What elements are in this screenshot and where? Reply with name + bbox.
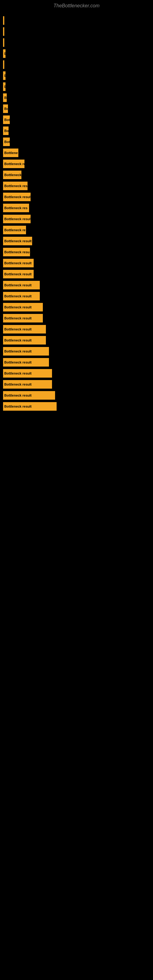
bar-row: Bottleneck res	[3, 204, 150, 212]
bar: Bottleneck result	[3, 303, 43, 312]
bar-label: Bo	[4, 129, 9, 133]
bar-label: Bottleneck result	[4, 360, 32, 364]
bar	[3, 38, 4, 47]
bar: Bo	[3, 126, 9, 135]
bar-row	[3, 38, 150, 47]
bar: Bottleneck result	[3, 347, 49, 356]
bar: Bottleneck res	[3, 181, 27, 190]
bar-label: Bottleneck res	[4, 206, 27, 210]
bar: Bottleneck result	[3, 192, 30, 201]
bar-row: Bottleneck result	[3, 380, 150, 389]
bar-row: Bottleneck resu	[3, 248, 150, 256]
bar-label: Bottleneck result	[4, 294, 32, 298]
site-title: TheBottlenecker.com	[0, 0, 153, 10]
bar-row: Bottleneck result	[3, 259, 150, 267]
bar-row: Bottleneck result	[3, 237, 150, 245]
bar-label: Bott	[4, 118, 10, 122]
bar-row: Bottleneck result	[3, 336, 150, 345]
bar-row: Bottleneck result	[3, 303, 150, 312]
bar-label: Bottleneck result	[4, 328, 32, 331]
bar-label: Bottleneck result	[4, 217, 30, 221]
bar-row: E	[3, 72, 150, 80]
bar: Bottleneck re	[3, 226, 26, 234]
bar	[3, 60, 4, 69]
bar-row: Bottleneck result	[3, 192, 150, 201]
bar	[3, 27, 4, 36]
bar-row: Bottleneck re	[3, 226, 150, 234]
bar-label: Bottleneck	[4, 173, 21, 177]
bar-row: Bottleneck result	[3, 402, 150, 411]
bar-label: Bottleneck result	[4, 393, 32, 397]
bar-label: Bottleneck result	[4, 305, 32, 309]
bar: E	[3, 49, 5, 58]
bar: Bottleneck result	[3, 215, 30, 223]
bar-row: Bottleneck re	[3, 159, 150, 168]
bar-row: Bott	[3, 137, 150, 146]
bar-row: Bo	[3, 105, 150, 113]
bar: Bottleneck resu	[3, 248, 30, 256]
bar: Bottleneck result	[3, 314, 43, 323]
bar: Bott	[3, 115, 10, 124]
bar-label: Bottleneck result	[4, 404, 32, 408]
bar-row: Bottleneck result	[3, 391, 150, 400]
bar-label: Bottleneck re	[4, 228, 26, 232]
bar: Bo	[3, 105, 8, 113]
bar-row: Bottleneck res	[3, 181, 150, 190]
bar: Bottleneck result	[3, 391, 55, 400]
bar-row: Bottleneck result	[3, 358, 150, 367]
bar-label: Bottleneck result	[4, 350, 32, 353]
bar-row: E	[3, 49, 150, 58]
bar-label: Bottleneck result	[4, 317, 32, 320]
bar: Bottleneck result	[3, 380, 52, 389]
bar-row	[3, 16, 150, 25]
bar-row: Bottleneck result	[3, 292, 150, 301]
bar: Bottlene	[3, 148, 18, 157]
bar-label: Bottleneck re	[4, 162, 24, 166]
bar-label: Bottleneck result	[4, 382, 32, 386]
bar-row: Bottleneck result	[3, 281, 150, 290]
bar: E	[3, 72, 5, 80]
bar-label: E	[4, 85, 5, 89]
bar: Bottleneck result	[3, 325, 46, 334]
bar: Bottleneck result	[3, 369, 52, 378]
bar: Bottleneck result	[3, 402, 57, 411]
bar-row: Bottleneck result	[3, 314, 150, 323]
bar-row: Bottleneck result	[3, 325, 150, 334]
bar-label: Bott	[4, 140, 10, 144]
bar: Bottleneck result	[3, 237, 32, 245]
bar-label: Bottleneck result	[4, 283, 32, 287]
bar: E	[3, 83, 5, 91]
bar-row: Bottleneck result	[3, 369, 150, 378]
bar: Bottleneck	[3, 170, 21, 179]
bar-row	[3, 60, 150, 69]
bar-label: Bottleneck result	[4, 239, 32, 243]
bar-row: Bo	[3, 126, 150, 135]
bar-label: Bottleneck result	[4, 371, 32, 375]
bar-label: Bottleneck result	[4, 261, 32, 265]
bar: Bottleneck result	[3, 336, 46, 345]
bar-row: Bottleneck result	[3, 215, 150, 223]
bar: Bottleneck result	[3, 292, 40, 301]
bar-row	[3, 27, 150, 36]
bar-label: E	[4, 74, 5, 78]
bar-label: Bottleneck resu	[4, 250, 30, 254]
bar-row: B	[3, 94, 150, 102]
bar-label: Bottleneck result	[4, 195, 30, 199]
bar-row: Bottleneck result	[3, 347, 150, 356]
bar-row: E	[3, 83, 150, 91]
bar: Bottleneck result	[3, 281, 40, 290]
bar-row: Bottleneck	[3, 170, 150, 179]
bars-container: EEEBBoBottBoBottBottleneBottleneck reBot…	[0, 10, 153, 413]
bar: Bottleneck result	[3, 270, 33, 278]
bar: B	[3, 94, 7, 102]
bar: Bottleneck re	[3, 159, 24, 168]
bar-row: Bottlene	[3, 148, 150, 157]
bar: Bott	[3, 137, 10, 146]
bar-label: Bottleneck result	[4, 339, 32, 342]
bar-label: Bottleneck res	[4, 184, 27, 188]
bar: Bottleneck result	[3, 358, 49, 367]
bar: Bottleneck result	[3, 259, 33, 267]
bar: Bottleneck res	[3, 204, 29, 212]
bar-label: E	[4, 52, 5, 56]
bar-label: Bo	[4, 107, 8, 111]
